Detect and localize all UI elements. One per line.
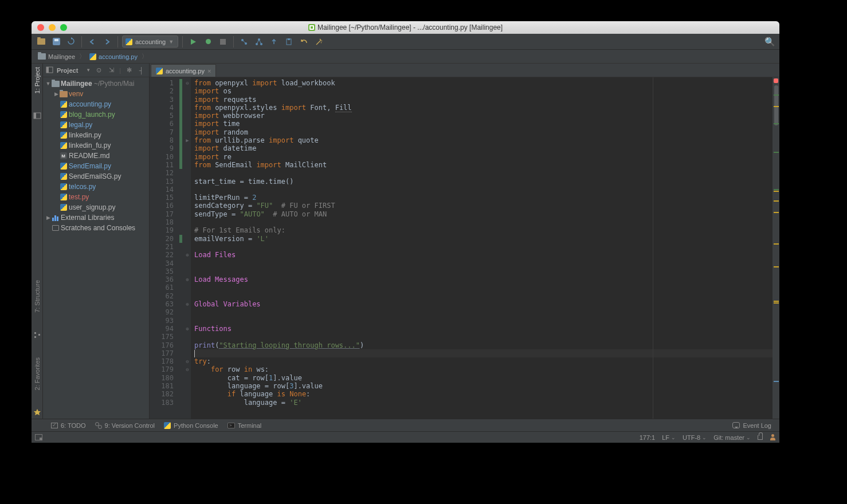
tree-file-readme[interactable]: ▶MREADME.md [43, 151, 149, 161]
panel-title: Project [57, 67, 83, 74]
tree-file-linkedin[interactable]: ▶linkedin.py [43, 130, 149, 140]
breadcrumb-file-label: accounting.py [99, 53, 138, 60]
expand-button[interactable]: ⇲ [107, 66, 116, 75]
tab-project[interactable]: 1: Project [34, 65, 41, 96]
code-content[interactable]: from openpyxl import load_workbook impor… [191, 77, 773, 419]
main-toolbar: accounting ▼ 🔍 [32, 34, 779, 50]
tree-file-telcos[interactable]: ▶telcos.py [43, 182, 149, 192]
error-indicator-icon[interactable] [774, 78, 778, 83]
tree-item-label: blog_launch.py [68, 111, 115, 119]
tree-item-label: Scratches and Consoles [60, 224, 135, 232]
speech-bubble-icon [732, 422, 740, 428]
forward-button[interactable] [101, 36, 113, 48]
editor-tab-accounting[interactable]: accounting.py × [151, 64, 216, 77]
wand-icon [315, 38, 323, 45]
python-file-icon [60, 204, 67, 211]
tree-file-user-signup[interactable]: ▶user_signup.py [43, 202, 149, 212]
branch-icon [255, 38, 263, 46]
caret-position[interactable]: 177:1 [640, 434, 656, 441]
open-button[interactable] [35, 36, 48, 48]
tree-file-test[interactable]: ▶test.py [43, 192, 149, 202]
stop-button[interactable] [217, 36, 229, 48]
search-everywhere-button[interactable]: 🔍 [763, 36, 776, 48]
collapse-all-button[interactable]: ⊙ [94, 66, 103, 75]
tree-external-libraries[interactable]: ▶ External Libraries [43, 212, 149, 223]
tab-todo[interactable]: 6: TODO [46, 422, 91, 429]
tab-label: Terminal [238, 422, 262, 429]
tree-scratches[interactable]: ▶ Scratches and Consoles [43, 223, 149, 233]
python-file-icon [60, 111, 67, 118]
run-configuration-selector[interactable]: accounting ▼ [122, 36, 178, 48]
inspection-profile[interactable] [770, 434, 776, 440]
breadcrumb-separator: 〉 [142, 52, 148, 61]
hide-panel-icon[interactable] [33, 112, 41, 120]
tab-structure[interactable]: 7: Structure [34, 278, 41, 315]
tree-file-legal[interactable]: ▶legal.py [43, 120, 149, 130]
tree-root-path: ~/Python/Mai [94, 80, 134, 88]
tree-file-sendemail[interactable]: ▶SendEmail.py [43, 161, 149, 171]
tool-windows-toggle[interactable] [35, 434, 42, 440]
tree-venv[interactable]: ▶ venv [43, 89, 149, 99]
settings-button[interactable]: ✻ [124, 66, 134, 75]
status-bar: 177:1 LF⌄ UTF-8⌄ Git: master⌄ [32, 431, 779, 443]
run-button[interactable] [187, 36, 199, 48]
markdown-file-icon: M [60, 152, 67, 159]
folder-open-icon [37, 38, 45, 45]
tree-item-label: accounting.py [68, 100, 111, 108]
chevron-down-icon[interactable]: ▼ [86, 68, 91, 73]
line-number-gutter: 1234567891011121314151617181920212234353… [150, 77, 177, 419]
tree-file-accounting[interactable]: ▶accounting.py [43, 99, 149, 109]
bottom-tool-bar: 6: TODO 9: Version Control Python Consol… [32, 419, 779, 431]
tree-file-linkedin-fu[interactable]: ▶linkedin_fu.py [43, 140, 149, 151]
reload-icon [67, 37, 76, 46]
read-only-toggle[interactable] [758, 435, 763, 440]
chevron-down-icon: ⌄ [746, 435, 751, 440]
project-tool-window: Project ▼ ⊙ ⇲ | ✻ ┤ ▼ Mailingee ~/Python… [43, 64, 150, 419]
breadcrumb-file[interactable]: accounting.py [85, 53, 142, 60]
nav-tool-3[interactable] [268, 36, 280, 48]
panels-icon [35, 434, 42, 440]
tab-favorites[interactable]: 2: Favorites [34, 355, 41, 392]
nav-tool-4[interactable] [283, 36, 295, 48]
chevron-down-icon: ⌄ [702, 435, 707, 440]
save-all-button[interactable] [50, 36, 62, 48]
tab-version-control[interactable]: 9: Version Control [91, 422, 159, 429]
close-tab-icon[interactable]: × [207, 68, 211, 74]
tree-root[interactable]: ▼ Mailingee ~/Python/Mai [43, 78, 149, 89]
svg-rect-13 [46, 67, 49, 73]
run-config-name: accounting [135, 38, 166, 45]
redo-button[interactable] [312, 36, 325, 48]
undo-button[interactable] [297, 36, 310, 48]
line-ending-selector[interactable]: LF⌄ [662, 434, 676, 441]
panel-icon [46, 66, 53, 74]
tree-item-label: SendEmailSG.py [68, 172, 121, 180]
tree-item-label: linkedin.py [68, 131, 101, 139]
python-icon [164, 422, 171, 429]
nav-tool-2[interactable] [253, 36, 265, 48]
nav-icon [240, 38, 248, 46]
python-file-icon [60, 142, 67, 149]
editor-scrollbar[interactable] [774, 85, 778, 125]
code-editor[interactable]: 1234567891011121314151617181920212234353… [150, 77, 779, 419]
error-stripe[interactable] [773, 77, 779, 419]
undo-icon [300, 38, 308, 45]
tab-python-console[interactable]: Python Console [159, 422, 223, 429]
nav-tool-1[interactable] [238, 36, 250, 48]
tree-file-blog-launch[interactable]: ▶blog_launch.py [43, 109, 149, 120]
encoding-selector[interactable]: UTF-8⌄ [683, 434, 707, 441]
debug-button[interactable] [202, 36, 214, 48]
fold-gutter: ⊖▶⊕⊕⊕⊕⊖⊖ [184, 77, 191, 419]
hide-button[interactable]: ┤ [137, 66, 146, 75]
chevron-down-icon: ⌄ [671, 435, 676, 440]
tree-file-sendemailsg[interactable]: ▶SendEmailSG.py [43, 171, 149, 182]
tab-terminal[interactable]: >Terminal [223, 422, 266, 429]
back-button[interactable] [86, 36, 99, 48]
breadcrumb-root[interactable]: Mailingee [34, 53, 79, 60]
python-file-icon [156, 68, 163, 74]
tab-event-log[interactable]: Event Log [728, 422, 776, 429]
paste-icon [285, 38, 293, 46]
structure-icon [33, 331, 41, 339]
reload-button[interactable] [65, 36, 77, 48]
titlebar: Mailingee [~/Python/Mailingee] - .../acc… [32, 21, 779, 34]
git-branch-selector[interactable]: Git: master⌄ [713, 434, 751, 441]
